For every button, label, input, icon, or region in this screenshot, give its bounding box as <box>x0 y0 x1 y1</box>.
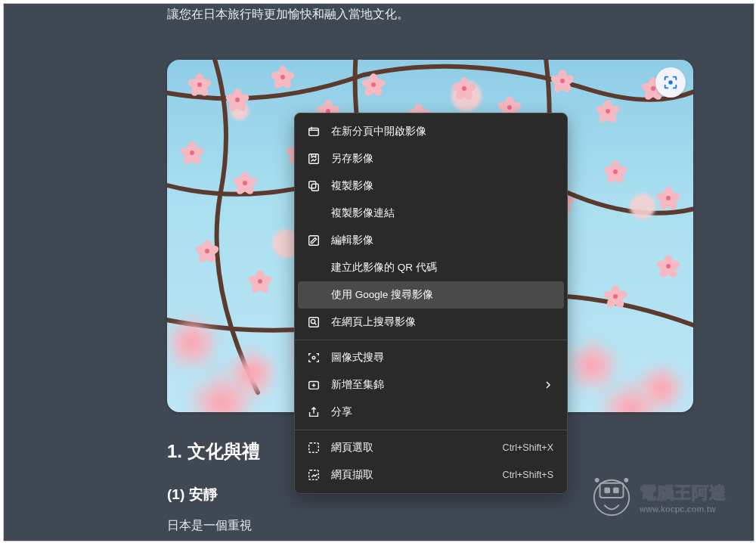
menu-item-label: 複製影像 <box>331 179 553 193</box>
svg-rect-2 <box>600 483 624 498</box>
svg-point-14 <box>312 356 315 359</box>
menu-item-label: 另存影像 <box>331 152 553 166</box>
menu-item-label: 分享 <box>331 405 553 419</box>
image-context-menu: 在新分頁中開啟影像另存影像複製影像複製影像連結編輯影像建立此影像的 QR 代碼使… <box>294 113 568 494</box>
menu-item[interactable]: 新增至集錦 <box>298 371 564 399</box>
menu-item-label: 新增至集錦 <box>331 378 534 392</box>
menu-icon-blank <box>307 261 321 275</box>
body-text-1: 日本是一個重視 <box>167 518 252 534</box>
watermark-avatar-icon <box>590 476 634 520</box>
menu-item-label: 在新分頁中開啟影像 <box>331 125 553 138</box>
menu-icon-blank <box>307 206 321 220</box>
menu-shortcut: Ctrl+Shift+X <box>503 442 553 453</box>
menu-item[interactable]: 在新分頁中開啟影像 <box>298 118 564 145</box>
menu-icon-blank <box>307 288 321 302</box>
watermark-url: www.kocpc.com.tw <box>640 504 727 514</box>
watermark-title: 電腦王阿達 <box>640 482 727 504</box>
search-page-icon <box>307 315 321 329</box>
menu-item[interactable]: 複製影像連結 <box>298 200 564 227</box>
menu-item-label: 圖像式搜尋 <box>331 351 553 365</box>
save-icon <box>307 152 321 166</box>
section-heading: 1. 文化與禮 <box>167 439 260 464</box>
menu-item[interactable]: 使用 Google 搜尋影像 <box>298 281 564 309</box>
menu-item-label: 網頁擷取 <box>331 468 492 482</box>
open-new-tab-icon <box>307 125 321 138</box>
svg-rect-16 <box>309 443 319 453</box>
menu-item[interactable]: 建立此影像的 QR 代碼 <box>298 254 564 281</box>
svg-rect-11 <box>309 236 319 246</box>
intro-text: 讓您在日本旅行時更加愉快和融入當地文化。 <box>167 4 723 25</box>
menu-item[interactable]: 分享 <box>298 399 564 426</box>
svg-point-3 <box>595 478 600 482</box>
menu-item[interactable]: 網頁選取Ctrl+Shift+X <box>298 434 564 461</box>
menu-item[interactable]: 編輯影像 <box>298 227 564 254</box>
svg-point-4 <box>624 478 628 482</box>
menu-item[interactable]: 複製影像 <box>298 172 564 200</box>
svg-point-0 <box>668 80 673 85</box>
menu-item-label: 建立此影像的 QR 代碼 <box>331 261 553 275</box>
menu-shortcut: Ctrl+Shift+S <box>503 470 553 480</box>
watermark: 電腦王阿達 www.kocpc.com.tw <box>590 476 727 520</box>
menu-item[interactable]: 網頁擷取Ctrl+Shift+S <box>298 461 564 489</box>
svg-rect-5 <box>604 487 610 493</box>
menu-item-label: 複製影像連結 <box>331 206 553 220</box>
web-capture-icon <box>307 468 321 482</box>
visual-search-icon <box>307 351 321 365</box>
collections-icon <box>307 378 321 392</box>
menu-item[interactable]: 圖像式搜尋 <box>298 344 564 371</box>
menu-item-label: 在網頁上搜尋影像 <box>331 315 553 329</box>
svg-rect-12 <box>309 318 319 327</box>
edit-image-icon <box>307 234 321 247</box>
svg-rect-6 <box>613 487 619 493</box>
menu-item-label: 網頁選取 <box>331 441 492 455</box>
web-select-icon <box>307 441 321 455</box>
svg-rect-7 <box>309 129 319 136</box>
viewport: 讓您在日本旅行時更加愉快和融入當地文化。 1. 文化與禮 (1) 安靜 日本是一… <box>3 3 754 541</box>
copy-image-icon <box>307 179 321 193</box>
lens-button[interactable] <box>655 67 686 98</box>
lens-icon <box>662 74 679 91</box>
section-subheading: (1) 安靜 <box>167 485 218 504</box>
chevron-right-icon <box>544 380 553 391</box>
menu-separator <box>295 340 567 340</box>
menu-item-label: 使用 Google 搜尋影像 <box>331 288 553 302</box>
article-page: 讓您在日本旅行時更加愉快和融入當地文化。 1. 文化與禮 (1) 安靜 日本是一… <box>4 4 754 541</box>
menu-item[interactable]: 在網頁上搜尋影像 <box>298 309 564 336</box>
menu-separator <box>295 430 567 430</box>
share-icon <box>307 405 321 419</box>
menu-item-label: 編輯影像 <box>331 234 553 247</box>
menu-item[interactable]: 另存影像 <box>298 145 564 172</box>
